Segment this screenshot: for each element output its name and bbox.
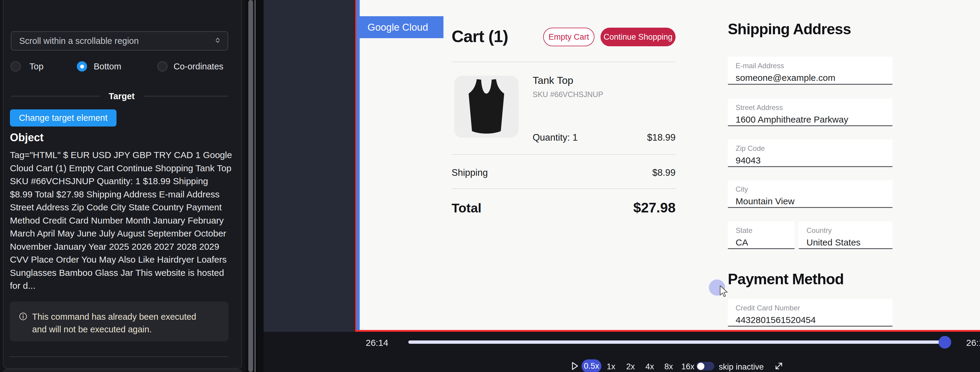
item-name: Tank Top xyxy=(533,75,573,86)
play-icon[interactable] xyxy=(569,361,580,372)
email-field-label: E-mail Address xyxy=(736,62,892,70)
divider xyxy=(452,188,676,189)
mouse-cursor-icon xyxy=(717,284,730,299)
seek-bar[interactable] xyxy=(408,340,945,344)
zip-field-value: 94043 xyxy=(736,155,892,166)
fullscreen-icon[interactable] xyxy=(773,361,784,372)
sidebar-divider xyxy=(10,356,228,357)
street-field[interactable]: Street Address 1600 Amphitheatre Parkway xyxy=(728,99,892,126)
target-divider-label: Target xyxy=(109,91,135,101)
toggle-knob xyxy=(697,363,705,370)
city-field[interactable]: City Mountain View xyxy=(728,180,892,208)
speed-1x-button[interactable]: 1x xyxy=(603,362,619,371)
info-icon xyxy=(19,312,27,322)
screen: Scroll within a scrollable region Top Bo… xyxy=(0,0,980,372)
radio-coordinates-label: Co-ordinates xyxy=(173,61,223,72)
speed-4x-button[interactable]: 4x xyxy=(642,362,657,371)
divider-line xyxy=(11,96,100,96)
zip-field-label: Zip Code xyxy=(736,144,892,153)
skip-inactive-toggle[interactable] xyxy=(696,362,714,370)
state-field-label: State xyxy=(736,226,795,235)
shipping-label: Shipping xyxy=(452,168,488,178)
credit-card-field[interactable]: Credit Card Number 4432801561520454 xyxy=(728,299,892,327)
speed-2x-button[interactable]: 2x xyxy=(623,362,638,371)
divider xyxy=(452,154,676,155)
item-sku: SKU #66VCHSJNUP xyxy=(533,90,603,99)
email-field[interactable]: E-mail Address someone@example.com xyxy=(728,57,892,85)
change-target-button[interactable]: Change target element xyxy=(10,109,116,126)
item-quantity: Quantity: 1 xyxy=(533,132,578,143)
brand-badge-label: Google Cloud xyxy=(368,22,428,33)
object-heading: Object xyxy=(10,131,43,144)
target-divider: Target xyxy=(11,92,228,101)
country-field-value: United States xyxy=(807,237,892,247)
speed-8x-button[interactable]: 8x xyxy=(661,362,676,371)
action-select-value: Scroll within a scrollable region xyxy=(19,36,214,46)
item-price: $18.99 xyxy=(647,132,676,143)
radio-bottom-label: Bottom xyxy=(94,61,121,72)
street-field-label: Street Address xyxy=(736,103,892,112)
object-text: Tag="HTML" $ EUR USD JPY GBP TRY CAD 1 G… xyxy=(10,148,233,292)
continue-shopping-button[interactable]: Continue Shopping xyxy=(600,28,676,46)
next-card-edge xyxy=(3,369,242,372)
payment-method-heading: Payment Method xyxy=(728,270,844,288)
shipping-value: $8.99 xyxy=(652,168,676,178)
browser-page: Google Cloud Cart (1) Empty Cart Continu… xyxy=(360,0,980,330)
city-field-label: City xyxy=(736,185,892,193)
radio-top-label: Top xyxy=(29,61,43,72)
shipping-address-heading: Shipping Address xyxy=(728,21,851,38)
target-element-highlight xyxy=(356,0,360,330)
unfold-chevrons-icon xyxy=(214,36,221,45)
seek-knob[interactable] xyxy=(939,336,951,348)
product-image xyxy=(454,76,519,137)
total-value: $27.98 xyxy=(633,200,676,216)
state-field-value: CA xyxy=(736,237,795,247)
credit-card-field-value: 4432801561520454 xyxy=(736,315,892,325)
credit-card-field-label: Credit Card Number xyxy=(736,304,892,312)
end-time: 26:1 xyxy=(966,338,980,348)
tank-top-image xyxy=(462,77,511,136)
info-message-box: This command has already been executed a… xyxy=(10,302,229,342)
skip-inactive-label: skip inactive xyxy=(719,362,764,372)
info-message-text: This command has already been executed a… xyxy=(32,310,206,336)
empty-cart-button[interactable]: Empty Cart xyxy=(543,28,595,46)
sidebar-scrollbar[interactable] xyxy=(248,0,253,372)
state-field[interactable]: State CA xyxy=(728,222,795,249)
current-time: 26:14 xyxy=(366,338,388,348)
total-label: Total xyxy=(452,201,482,216)
radio-bottom[interactable] xyxy=(77,61,87,72)
radio-top[interactable] xyxy=(11,61,21,72)
brand-badge: Google Cloud xyxy=(360,16,444,38)
radio-coordinates[interactable] xyxy=(158,61,167,72)
email-field-value: someone@example.com xyxy=(736,73,892,83)
panel-resize-handle[interactable] xyxy=(255,0,256,372)
divider-line xyxy=(143,96,228,96)
country-field-label: Country xyxy=(807,226,892,235)
video-letterbox xyxy=(264,0,355,332)
action-select[interactable]: Scroll within a scrollable region xyxy=(11,31,228,51)
zip-field[interactable]: Zip Code 94043 xyxy=(728,139,892,167)
street-field-value: 1600 Amphitheatre Parkway xyxy=(736,115,892,125)
cart-title: Cart (1) xyxy=(452,26,508,46)
city-field-value: Mountain View xyxy=(736,196,892,206)
speed-16x-button[interactable]: 16x xyxy=(678,362,697,371)
divider xyxy=(452,62,676,62)
speed-0-5x-button[interactable]: 0.5x xyxy=(582,359,601,372)
country-field[interactable]: Country United States xyxy=(799,222,892,249)
